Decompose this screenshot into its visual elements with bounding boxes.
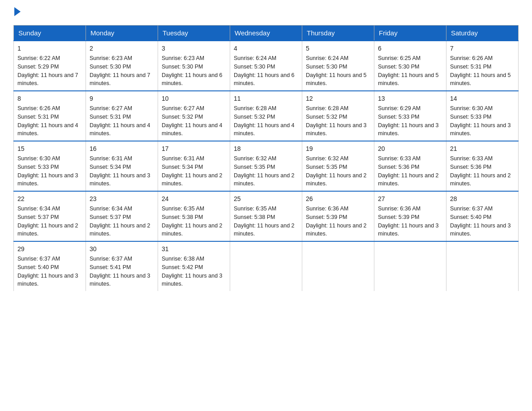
day-info: Sunrise: 6:36 AMSunset: 5:39 PMDaylight:… (306, 206, 367, 237)
calendar-cell: 21Sunrise: 6:33 AMSunset: 5:36 PMDayligh… (446, 141, 519, 191)
calendar-cell: 18Sunrise: 6:32 AMSunset: 5:35 PMDayligh… (230, 141, 302, 191)
calendar-cell: 19Sunrise: 6:32 AMSunset: 5:35 PMDayligh… (302, 141, 374, 191)
day-info: Sunrise: 6:32 AMSunset: 5:35 PMDaylight:… (306, 155, 367, 187)
day-number: 25 (234, 194, 298, 204)
calendar-cell: 26Sunrise: 6:36 AMSunset: 5:39 PMDayligh… (302, 191, 374, 241)
calendar-header-row: SundayMondayTuesdayWednesdayThursdayFrid… (14, 26, 519, 41)
day-info: Sunrise: 6:37 AMSunset: 5:41 PMDaylight:… (90, 256, 150, 287)
day-info: Sunrise: 6:24 AMSunset: 5:30 PMDaylight:… (234, 55, 295, 86)
calendar-cell: 15Sunrise: 6:30 AMSunset: 5:33 PMDayligh… (14, 141, 86, 191)
day-number: 28 (450, 194, 515, 204)
day-number: 22 (17, 194, 82, 204)
calendar-cell: 29Sunrise: 6:37 AMSunset: 5:40 PMDayligh… (14, 241, 86, 291)
day-info: Sunrise: 6:37 AMSunset: 5:40 PMDaylight:… (450, 206, 511, 237)
day-number: 4 (234, 44, 298, 53)
calendar-header-friday: Friday (374, 26, 446, 41)
day-info: Sunrise: 6:22 AMSunset: 5:29 PMDaylight:… (17, 55, 78, 86)
day-info: Sunrise: 6:23 AMSunset: 5:30 PMDaylight:… (90, 55, 150, 86)
day-info: Sunrise: 6:27 AMSunset: 5:32 PMDaylight:… (162, 105, 223, 137)
day-number: 29 (17, 244, 82, 254)
day-info: Sunrise: 6:35 AMSunset: 5:38 PMDaylight:… (234, 206, 295, 237)
calendar-week-row: 8Sunrise: 6:26 AMSunset: 5:31 PMDaylight… (14, 91, 519, 141)
day-number: 23 (90, 194, 154, 204)
day-number: 1 (17, 44, 82, 53)
calendar-table: SundayMondayTuesdayWednesdayThursdayFrid… (13, 25, 519, 291)
calendar-cell: 10Sunrise: 6:27 AMSunset: 5:32 PMDayligh… (158, 91, 230, 141)
day-info: Sunrise: 6:34 AMSunset: 5:37 PMDaylight:… (90, 206, 150, 237)
calendar-week-row: 15Sunrise: 6:30 AMSunset: 5:33 PMDayligh… (14, 141, 519, 191)
day-info: Sunrise: 6:23 AMSunset: 5:30 PMDaylight:… (162, 55, 223, 86)
calendar-cell: 28Sunrise: 6:37 AMSunset: 5:40 PMDayligh… (446, 191, 519, 241)
day-number: 6 (378, 44, 442, 53)
day-number: 26 (306, 194, 370, 204)
calendar-cell: 27Sunrise: 6:36 AMSunset: 5:39 PMDayligh… (374, 191, 446, 241)
calendar-week-row: 22Sunrise: 6:34 AMSunset: 5:37 PMDayligh… (14, 191, 519, 241)
day-info: Sunrise: 6:26 AMSunset: 5:31 PMDaylight:… (17, 105, 78, 137)
calendar-cell: 5Sunrise: 6:24 AMSunset: 5:30 PMDaylight… (302, 41, 374, 91)
day-number: 24 (162, 194, 226, 204)
day-info: Sunrise: 6:38 AMSunset: 5:42 PMDaylight:… (162, 256, 223, 287)
calendar-cell: 7Sunrise: 6:26 AMSunset: 5:31 PMDaylight… (446, 41, 519, 91)
calendar-cell: 20Sunrise: 6:33 AMSunset: 5:36 PMDayligh… (374, 141, 446, 191)
day-number: 27 (378, 194, 442, 204)
day-info: Sunrise: 6:27 AMSunset: 5:31 PMDaylight:… (90, 105, 150, 137)
day-info: Sunrise: 6:28 AMSunset: 5:32 PMDaylight:… (306, 105, 367, 137)
calendar-cell: 17Sunrise: 6:31 AMSunset: 5:34 PMDayligh… (158, 141, 230, 191)
calendar-cell: 13Sunrise: 6:29 AMSunset: 5:33 PMDayligh… (374, 91, 446, 141)
calendar-cell (230, 241, 302, 291)
day-number: 20 (378, 144, 442, 154)
calendar-cell: 23Sunrise: 6:34 AMSunset: 5:37 PMDayligh… (86, 191, 158, 241)
calendar-cell: 3Sunrise: 6:23 AMSunset: 5:30 PMDaylight… (158, 41, 230, 91)
calendar-cell: 6Sunrise: 6:25 AMSunset: 5:30 PMDaylight… (374, 41, 446, 91)
day-number: 21 (450, 144, 515, 154)
calendar-cell: 2Sunrise: 6:23 AMSunset: 5:30 PMDaylight… (86, 41, 158, 91)
day-info: Sunrise: 6:34 AMSunset: 5:37 PMDaylight:… (17, 206, 78, 237)
day-number: 11 (234, 94, 298, 103)
day-number: 5 (306, 44, 370, 53)
day-info: Sunrise: 6:28 AMSunset: 5:32 PMDaylight:… (234, 105, 295, 137)
calendar-cell: 4Sunrise: 6:24 AMSunset: 5:30 PMDaylight… (230, 41, 302, 91)
calendar-cell: 8Sunrise: 6:26 AMSunset: 5:31 PMDaylight… (14, 91, 86, 141)
day-info: Sunrise: 6:30 AMSunset: 5:33 PMDaylight:… (17, 155, 78, 187)
calendar-header-monday: Monday (86, 26, 158, 41)
day-number: 12 (306, 94, 370, 103)
calendar-header-saturday: Saturday (446, 26, 519, 41)
calendar-header-thursday: Thursday (302, 26, 374, 41)
logo-arrow-icon (14, 7, 21, 16)
calendar-cell (446, 241, 519, 291)
calendar-cell (374, 241, 446, 291)
calendar-cell: 22Sunrise: 6:34 AMSunset: 5:37 PMDayligh… (14, 191, 86, 241)
day-number: 16 (90, 144, 154, 154)
calendar-cell: 25Sunrise: 6:35 AMSunset: 5:38 PMDayligh… (230, 191, 302, 241)
calendar-cell: 11Sunrise: 6:28 AMSunset: 5:32 PMDayligh… (230, 91, 302, 141)
day-number: 10 (162, 94, 226, 103)
day-info: Sunrise: 6:29 AMSunset: 5:33 PMDaylight:… (378, 105, 439, 137)
day-number: 18 (234, 144, 298, 154)
day-info: Sunrise: 6:36 AMSunset: 5:39 PMDaylight:… (378, 206, 439, 237)
day-info: Sunrise: 6:26 AMSunset: 5:31 PMDaylight:… (450, 55, 511, 86)
calendar-cell: 1Sunrise: 6:22 AMSunset: 5:29 PMDaylight… (14, 41, 86, 91)
day-info: Sunrise: 6:25 AMSunset: 5:30 PMDaylight:… (378, 55, 439, 86)
calendar-header-wednesday: Wednesday (230, 26, 302, 41)
day-number: 15 (17, 144, 82, 154)
calendar-cell: 14Sunrise: 6:30 AMSunset: 5:33 PMDayligh… (446, 91, 519, 141)
calendar-header-tuesday: Tuesday (158, 26, 230, 41)
day-info: Sunrise: 6:33 AMSunset: 5:36 PMDaylight:… (378, 155, 439, 187)
logo (13, 9, 21, 16)
day-info: Sunrise: 6:37 AMSunset: 5:40 PMDaylight:… (17, 256, 78, 287)
day-number: 17 (162, 144, 226, 154)
day-number: 9 (90, 94, 154, 103)
day-number: 2 (90, 44, 154, 53)
calendar-cell (302, 241, 374, 291)
day-number: 13 (378, 94, 442, 103)
calendar-header-sunday: Sunday (14, 26, 86, 41)
calendar-week-row: 1Sunrise: 6:22 AMSunset: 5:29 PMDaylight… (14, 41, 519, 91)
day-number: 19 (306, 144, 370, 154)
day-number: 14 (450, 94, 515, 103)
day-number: 30 (90, 244, 154, 254)
calendar-cell: 30Sunrise: 6:37 AMSunset: 5:41 PMDayligh… (86, 241, 158, 291)
calendar-cell: 31Sunrise: 6:38 AMSunset: 5:42 PMDayligh… (158, 241, 230, 291)
day-info: Sunrise: 6:30 AMSunset: 5:33 PMDaylight:… (450, 105, 511, 137)
calendar-week-row: 29Sunrise: 6:37 AMSunset: 5:40 PMDayligh… (14, 241, 519, 291)
day-info: Sunrise: 6:31 AMSunset: 5:34 PMDaylight:… (162, 155, 223, 187)
